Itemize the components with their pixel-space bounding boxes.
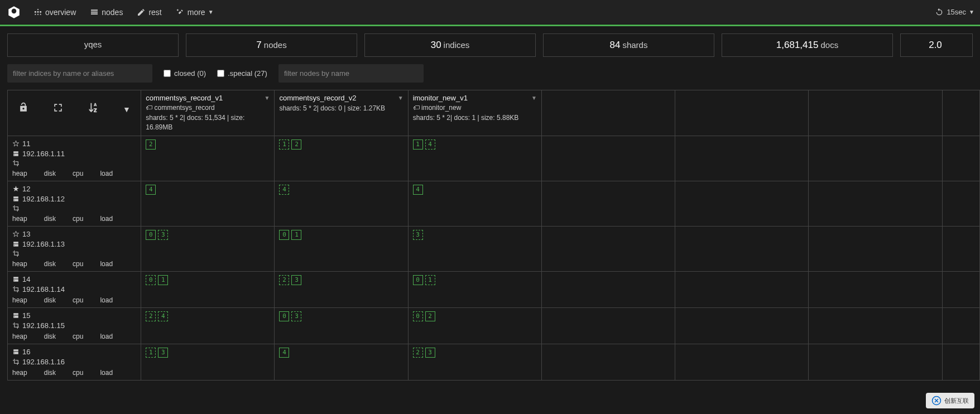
refresh-interval: 15sec bbox=[947, 8, 966, 16]
empty-cell bbox=[541, 344, 675, 380]
empty-cell bbox=[809, 307, 942, 344]
empty-cell bbox=[809, 226, 942, 271]
indices-stat-card[interactable]: 30indices bbox=[364, 33, 536, 57]
shard-badge[interactable]: 0 bbox=[146, 230, 156, 240]
size-value: 2.0 bbox=[929, 40, 942, 50]
empty-cell bbox=[809, 271, 942, 307]
index-menu-icon[interactable]: ▼ bbox=[531, 95, 537, 101]
shard-cell: 3 bbox=[408, 226, 541, 271]
node-name: 16 bbox=[22, 348, 30, 356]
shard-badge[interactable]: 3 bbox=[291, 311, 301, 321]
special-checkbox[interactable] bbox=[217, 70, 224, 77]
node-stat-label: heap bbox=[12, 260, 27, 268]
empty-cell bbox=[675, 226, 809, 271]
nodes-filter-input[interactable] bbox=[278, 64, 424, 83]
shard-badge[interactable]: 4 bbox=[279, 348, 289, 358]
index-header-2[interactable]: imonitor_new_v1 🏷 imonitor_new shards: 5… bbox=[408, 90, 541, 136]
shard-badge[interactable]: 2 bbox=[146, 311, 156, 321]
crop-icon bbox=[12, 286, 20, 293]
refresh-control[interactable]: 15sec ▼ bbox=[935, 8, 974, 17]
shard-cell: 01 bbox=[408, 271, 541, 307]
node-stat-label: heap bbox=[12, 333, 27, 340]
nav-overview[interactable]: overview bbox=[33, 8, 76, 17]
app-logo[interactable] bbox=[6, 4, 22, 21]
cluster-table: ▼ commentsys_record_v1 🏷 commentsys_reco… bbox=[7, 90, 980, 381]
disk-icon bbox=[12, 150, 20, 157]
node-row: 15192.168.1.15heapdiskcpuload240302 bbox=[8, 307, 980, 344]
chevron-down-icon[interactable]: ▼ bbox=[123, 105, 131, 114]
index-header-0[interactable]: commentsys_record_v1 🏷 commentsys_record… bbox=[141, 90, 275, 136]
shard-badge[interactable]: 4 bbox=[425, 139, 435, 150]
shard-badge[interactable]: 0 bbox=[146, 275, 156, 285]
nav-more[interactable]: more ▼ bbox=[176, 8, 214, 17]
shard-badge[interactable]: 3 bbox=[158, 348, 168, 358]
shard-badge[interactable]: 0 bbox=[413, 275, 423, 285]
index-menu-icon[interactable]: ▼ bbox=[265, 95, 270, 101]
node-info-cell[interactable]: 12192.168.1.12heapdiskcpuload bbox=[8, 181, 141, 226]
node-info-cell[interactable]: 16192.168.1.16heapdiskcpuload bbox=[8, 344, 141, 380]
node-info-cell[interactable]: 11192.168.1.11heapdiskcpuload bbox=[8, 136, 141, 181]
shard-badge[interactable]: 0 bbox=[279, 230, 289, 240]
nodes-stat-card[interactable]: 7nodes bbox=[186, 33, 357, 57]
shard-badge[interactable]: 1 bbox=[158, 275, 168, 285]
indices-filter-input[interactable] bbox=[7, 64, 152, 83]
shard-badge[interactable]: 0 bbox=[413, 311, 423, 321]
shard-cell: 01 bbox=[141, 271, 275, 307]
node-name: 13 bbox=[22, 230, 30, 238]
shard-badge[interactable]: 1 bbox=[413, 139, 423, 150]
shard-badge[interactable]: 0 bbox=[279, 311, 289, 321]
closed-filter[interactable]: closed (0) bbox=[164, 69, 206, 78]
shard-badge[interactable]: 2 bbox=[146, 139, 156, 150]
shard-badge[interactable]: 1 bbox=[291, 230, 301, 240]
shard-badge[interactable]: 2 bbox=[279, 275, 289, 285]
shard-badge[interactable]: 4 bbox=[146, 185, 156, 195]
docs-stat-card[interactable]: 1,681,415docs bbox=[722, 33, 893, 57]
node-info-cell[interactable]: 13192.168.1.13heapdiskcpuload bbox=[8, 226, 141, 271]
shard-cell: 14 bbox=[408, 136, 541, 181]
index-menu-icon[interactable]: ▼ bbox=[398, 95, 403, 101]
node-row: 16192.168.1.16heapdiskcpuload13423 bbox=[8, 344, 980, 380]
shard-badge[interactable]: 4 bbox=[279, 185, 289, 195]
empty-cell bbox=[942, 181, 979, 226]
node-stat-label: cpu bbox=[73, 170, 83, 177]
index-header-empty bbox=[942, 90, 979, 136]
shard-badge[interactable]: 1 bbox=[279, 139, 289, 150]
node-stat-label: load bbox=[100, 369, 113, 377]
shard-badge[interactable]: 2 bbox=[291, 139, 301, 150]
cluster-name-card[interactable]: yqes bbox=[7, 33, 179, 57]
node-name: 12 bbox=[22, 185, 30, 193]
shard-badge[interactable]: 1 bbox=[146, 348, 156, 358]
shard-badge[interactable]: 2 bbox=[413, 348, 423, 358]
shard-cell: 03 bbox=[275, 307, 408, 344]
expand-icon[interactable] bbox=[52, 102, 64, 116]
nav-nodes[interactable]: nodes bbox=[90, 8, 123, 17]
shard-badge[interactable]: 4 bbox=[413, 185, 423, 195]
shard-badge[interactable]: 2 bbox=[425, 311, 435, 321]
node-stat-label: load bbox=[100, 215, 113, 223]
closed-checkbox[interactable] bbox=[164, 70, 171, 77]
nav-rest[interactable]: rest bbox=[137, 8, 161, 17]
shard-badge[interactable]: 3 bbox=[291, 275, 301, 285]
lock-icon[interactable] bbox=[18, 102, 29, 116]
disk-icon bbox=[12, 195, 20, 203]
crop-icon bbox=[12, 322, 20, 329]
special-filter[interactable]: .special (27) bbox=[217, 69, 267, 78]
shard-badge[interactable]: 3 bbox=[158, 230, 168, 240]
node-info-cell[interactable]: 14192.168.1.14heapdiskcpuload bbox=[8, 271, 141, 307]
shard-badge[interactable]: 4 bbox=[158, 311, 168, 321]
chevron-down-icon: ▼ bbox=[208, 9, 214, 15]
node-ip: 192.168.1.16 bbox=[22, 358, 65, 366]
shard-cell: 23 bbox=[408, 344, 541, 380]
shards-stat-card[interactable]: 84shards bbox=[543, 33, 714, 57]
shard-badge[interactable]: 3 bbox=[425, 348, 435, 358]
sort-az-icon[interactable] bbox=[87, 102, 99, 117]
node-info-cell[interactable]: 15192.168.1.15heapdiskcpuload bbox=[8, 307, 141, 344]
shard-badge[interactable]: 3 bbox=[413, 230, 423, 240]
empty-cell bbox=[942, 136, 979, 181]
index-header-1[interactable]: commentsys_record_v2 shards: 5 * 2| docs… bbox=[275, 90, 408, 136]
disk-icon bbox=[12, 276, 20, 283]
shard-badge[interactable]: 1 bbox=[425, 275, 435, 285]
chevron-down-icon: ▼ bbox=[969, 9, 974, 15]
size-stat-card[interactable]: 2.0 bbox=[900, 33, 973, 57]
empty-cell bbox=[541, 307, 675, 344]
